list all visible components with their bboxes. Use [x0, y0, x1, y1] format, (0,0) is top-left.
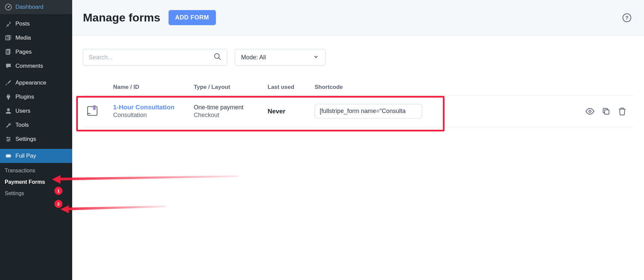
- media-icon: [5, 34, 12, 42]
- table-header: Name / ID Type / Layout Last used Shortc…: [83, 79, 633, 96]
- form-layout: Checkout: [194, 112, 268, 119]
- search-box[interactable]: [83, 49, 227, 66]
- page-title: Manage forms: [83, 11, 160, 24]
- fullpay-submenu: Transactions Payment Forms Settings: [0, 163, 72, 201]
- svg-point-7: [7, 137, 8, 138]
- fullpay-icon: [5, 152, 12, 160]
- column-last-used[interactable]: Last used: [268, 84, 315, 91]
- plugin-icon: [5, 93, 12, 101]
- sidebar-item-label: Full Pay: [15, 153, 36, 159]
- sidebar-item-tools[interactable]: Tools: [0, 118, 72, 132]
- submenu-item-payment-forms[interactable]: Payment Forms: [0, 176, 72, 188]
- content-area: Mode: All Name / ID Type / Layout Last u…: [72, 36, 644, 141]
- column-type[interactable]: Type / Layout: [194, 84, 268, 91]
- submenu-item-transactions[interactable]: Transactions: [0, 165, 72, 176]
- sidebar-item-label: Users: [15, 108, 30, 114]
- svg-point-9: [7, 140, 9, 142]
- pin-icon: [5, 20, 12, 27]
- comment-icon: [5, 62, 12, 70]
- sidebar-item-settings[interactable]: Settings: [0, 132, 72, 146]
- sidebar-item-label: Plugins: [15, 94, 34, 100]
- wrench-icon: [5, 121, 12, 129]
- mode-select[interactable]: Mode: All: [235, 49, 325, 66]
- sidebar-item-fullpay[interactable]: Full Pay: [0, 149, 72, 163]
- svg-rect-17: [605, 110, 609, 114]
- sidebar-item-label: Posts: [15, 20, 30, 27]
- page-header: Manage forms ADD FORM ?: [72, 0, 644, 36]
- sidebar-item-media[interactable]: Media: [0, 31, 72, 45]
- sidebar-item-label: Comments: [15, 63, 43, 69]
- page-icon: [5, 48, 12, 56]
- user-icon: [5, 107, 12, 115]
- sidebar-item-comments[interactable]: Comments: [0, 59, 72, 73]
- sidebar-item-label: Pages: [15, 49, 32, 55]
- sidebar-item-posts[interactable]: Posts: [0, 17, 72, 31]
- svg-point-16: [589, 110, 591, 112]
- table-row[interactable]: 1-Hour Consultation Consultation One-tim…: [83, 96, 633, 127]
- svg-rect-3: [7, 35, 11, 39]
- svg-point-12: [215, 54, 219, 58]
- chevron-down-icon: [313, 54, 319, 61]
- svg-point-11: [8, 154, 11, 158]
- add-form-button[interactable]: ADD FORM: [169, 10, 216, 25]
- form-name-link[interactable]: 1-Hour Consultation: [113, 104, 194, 111]
- mode-select-label: Mode: All: [241, 54, 266, 61]
- duplicate-icon[interactable]: [602, 107, 610, 116]
- help-icon[interactable]: ?: [623, 13, 631, 22]
- sidebar-item-label: Tools: [15, 122, 29, 128]
- form-type-icon: [83, 104, 113, 119]
- sidebar-item-appearance[interactable]: Appearance: [0, 76, 72, 90]
- brush-icon: [5, 79, 12, 87]
- sidebar-item-label: Appearance: [15, 79, 46, 86]
- svg-point-8: [9, 138, 10, 140]
- sidebar-item-label: Settings: [15, 136, 36, 143]
- column-name[interactable]: Name / ID: [113, 84, 194, 91]
- row-actions: [425, 107, 633, 116]
- svg-rect-5: [7, 49, 10, 54]
- sidebar-item-dashboard[interactable]: Dashboard: [0, 0, 72, 14]
- sidebar-item-label: Media: [15, 35, 31, 41]
- sidebar-item-label: Dashboard: [15, 4, 43, 10]
- search-input[interactable]: [89, 54, 214, 61]
- form-last-used: Never: [268, 108, 315, 115]
- sidebar-item-users[interactable]: Users: [0, 104, 72, 118]
- form-id: Consultation: [113, 112, 194, 119]
- filter-bar: Mode: All: [83, 49, 633, 66]
- preview-icon[interactable]: [586, 107, 594, 116]
- forms-table: Name / ID Type / Layout Last used Shortc…: [83, 79, 633, 127]
- main-content: Manage forms ADD FORM ? Mode: All Na: [72, 0, 644, 280]
- sidebar-item-pages[interactable]: Pages: [0, 45, 72, 59]
- settings-icon: [5, 135, 12, 143]
- svg-point-6: [7, 108, 10, 111]
- sidebar-item-plugins[interactable]: Plugins: [0, 90, 72, 104]
- search-icon: [214, 53, 222, 62]
- form-type: One-time payment: [194, 104, 268, 111]
- svg-line-13: [219, 58, 221, 60]
- dashboard-icon: [5, 3, 12, 11]
- svg-point-1: [8, 6, 9, 8]
- delete-icon[interactable]: [618, 107, 627, 116]
- submenu-item-settings[interactable]: Settings: [0, 188, 72, 199]
- admin-sidebar: Dashboard Posts Media Pages Comments A: [0, 0, 72, 280]
- svg-rect-15: [93, 105, 96, 109]
- shortcode-input[interactable]: [315, 104, 422, 118]
- column-shortcode[interactable]: Shortcode: [315, 84, 425, 91]
